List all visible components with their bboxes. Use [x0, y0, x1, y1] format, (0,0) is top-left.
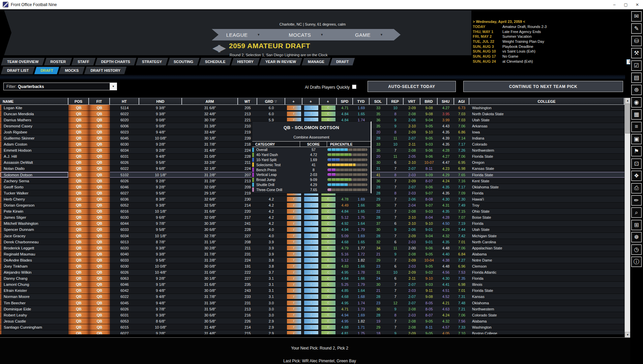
i-badge[interactable]: i: [304, 325, 318, 330]
r-badge[interactable]: r: [287, 319, 301, 324]
table-row[interactable]: DeAndre BladesQBQB60339 5/8"31 2/8"2243.…: [0, 257, 624, 263]
mail-icon[interactable]: ✉: [631, 11, 642, 22]
tab-scouting[interactable]: SCOUTING: [169, 58, 198, 65]
r-badge[interactable]: r: [287, 294, 301, 299]
c-badge[interactable]: c: [321, 319, 335, 324]
c-badge[interactable]: c: [321, 301, 335, 305]
c-badge[interactable]: c: [321, 197, 335, 202]
r-badge[interactable]: r: [287, 288, 301, 293]
tab-team-overview[interactable]: TEAM OVERVIEW: [2, 58, 43, 65]
c-badge[interactable]: c: [321, 252, 335, 256]
table-row[interactable]: Dominique EideQBQB60269 7/8"31 5/8"2133.…: [0, 306, 624, 312]
column-header-b1[interactable]: +: [285, 98, 302, 105]
r-badge[interactable]: r: [287, 307, 301, 311]
i-badge[interactable]: i: [304, 209, 318, 214]
tab-depth-charts[interactable]: DEPTH CHARTS: [96, 58, 135, 65]
c-badge[interactable]: c: [321, 325, 335, 330]
c-badge[interactable]: c: [321, 258, 335, 263]
table-row[interactable]: Derek CharbonneauQBQB60138 7/8"31 1/8"20…: [0, 239, 624, 245]
tab-history[interactable]: HISTORY: [232, 58, 259, 65]
tab-manage[interactable]: MANAGE: [303, 58, 329, 65]
column-header-college[interactable]: COLLEGE: [469, 98, 624, 105]
i-badge[interactable]: i: [304, 252, 318, 256]
table-row[interactable]: James SligerQBQB60309 6/8"32 0/8"2174.2r…: [0, 215, 624, 221]
table-row[interactable]: Herb CherryQBQB60368 3/8"32 6/8"2304.2ri…: [0, 196, 624, 202]
c-badge[interactable]: c: [321, 203, 335, 208]
c-badge[interactable]: c: [321, 240, 335, 244]
c-badge[interactable]: c: [321, 270, 335, 275]
r-badge[interactable]: r: [287, 209, 301, 214]
table-row[interactable]: Mitchell WashingtonQBQB60449 7/8"30 3/8"…: [0, 221, 624, 227]
scroll-down-icon[interactable]: ▼: [625, 332, 631, 338]
menu-mocats[interactable]: MOCATS▼: [275, 29, 338, 40]
info-icon[interactable]: ⓘ: [631, 256, 642, 267]
table-row[interactable]: Joey TinkhamQBQB603010 0/8"30 0/8"1913.8…: [0, 263, 624, 269]
i-badge[interactable]: i: [304, 282, 318, 287]
column-header-hnd[interactable]: HND: [139, 98, 182, 105]
table-row[interactable]: Alejandro WilkinQBQB602610 4/8"31 0/8"22…: [0, 270, 624, 276]
r-badge[interactable]: r: [287, 282, 301, 287]
tab-strategy[interactable]: STRATEGY: [137, 58, 167, 65]
save-icon[interactable]: ⛁: [631, 36, 642, 46]
draft-nav-arrows[interactable]: ◀▶: [212, 42, 224, 54]
r-badge[interactable]: r: [287, 246, 301, 250]
list-icon[interactable]: ≡: [631, 122, 642, 132]
cart-icon[interactable]: ⊞: [631, 220, 642, 230]
scrollbar-thumb[interactable]: [625, 104, 630, 133]
i-badge[interactable]: i: [304, 294, 318, 299]
c-badge[interactable]: c: [321, 307, 335, 311]
c-badge[interactable]: c: [321, 331, 335, 334]
minimize-button[interactable]: –: [609, 0, 620, 9]
i-badge[interactable]: i: [304, 270, 318, 275]
r-badge[interactable]: r: [287, 258, 301, 263]
column-header-b2[interactable]: +: [302, 98, 320, 105]
r-badge[interactable]: r: [287, 215, 301, 220]
r-badge[interactable]: r: [287, 197, 301, 202]
auto-select-button[interactable]: AUTO-SELECT TODAY: [368, 81, 456, 92]
tab-year-in-review[interactable]: YEAR IN REVIEW: [260, 58, 301, 65]
r-badge[interactable]: r: [287, 112, 301, 116]
r-badge[interactable]: r: [287, 264, 301, 269]
c-badge[interactable]: c: [321, 209, 335, 214]
i-badge[interactable]: i: [304, 221, 318, 226]
i-badge[interactable]: i: [304, 319, 318, 324]
table-row[interactable]: Dorian GregersonQBQB60529 3/8"32 5/8"214…: [0, 203, 624, 209]
c-badge[interactable]: c: [321, 294, 335, 299]
i-badge[interactable]: i: [304, 112, 318, 116]
r-badge[interactable]: r: [287, 234, 301, 238]
table-row[interactable]: Danny ChangQBQB60639 2/8"30 1/8"2273.1ri…: [0, 276, 624, 282]
i-badge[interactable]: i: [304, 301, 318, 305]
tools-icon[interactable]: ⚒: [631, 48, 642, 58]
print-icon[interactable]: ⎙: [631, 183, 642, 193]
r-badge[interactable]: r: [287, 331, 301, 334]
table-row[interactable]: Pete KirwinQBQB601610 1/8"31 6/8"2204.2r…: [0, 209, 624, 215]
c-badge[interactable]: c: [321, 288, 335, 293]
i-badge[interactable]: i: [304, 307, 318, 311]
i-badge[interactable]: i: [304, 313, 318, 317]
eye-icon[interactable]: ◉: [631, 97, 642, 108]
table-row[interactable]: Logan KiteQBQB51149 3/8"31 6/8"2056.0ric…: [0, 105, 624, 111]
pencil-icon[interactable]: ✏: [631, 195, 642, 206]
column-header-sol[interactable]: SOL: [370, 98, 387, 105]
column-header-b3[interactable]: +: [320, 98, 337, 105]
news-icon[interactable]: ▣: [631, 134, 642, 144]
playbook-icon[interactable]: ▤: [631, 72, 642, 83]
table-row[interactable]: Norman MooreQBQB60229 4/8"31 7/8"2333.1r…: [0, 294, 624, 300]
column-header-rep[interactable]: REP: [387, 98, 404, 105]
scroll-up-icon[interactable]: ▲: [625, 98, 631, 103]
c-badge[interactable]: c: [321, 105, 335, 110]
board-icon[interactable]: ⊡: [631, 158, 642, 169]
r-badge[interactable]: r: [287, 276, 301, 281]
c-badge[interactable]: c: [321, 276, 335, 281]
tag-icon[interactable]: ❖: [631, 171, 642, 181]
search-icon[interactable]: ⌕: [631, 207, 642, 218]
continue-next-pick-button[interactable]: CONTINUE TO NEXT TEAM PICK: [463, 81, 623, 92]
c-badge[interactable]: c: [321, 246, 335, 250]
subtab-draft-history[interactable]: DRAFT HISTORY: [85, 67, 125, 74]
maximize-button[interactable]: ▢: [620, 0, 632, 9]
i-badge[interactable]: i: [304, 227, 318, 232]
close-button[interactable]: ✕: [632, 0, 643, 9]
tab-roster[interactable]: ROSTER: [45, 58, 71, 65]
i-badge[interactable]: i: [304, 215, 318, 220]
table-scrollbar[interactable]: ▲ ▼: [624, 98, 630, 338]
